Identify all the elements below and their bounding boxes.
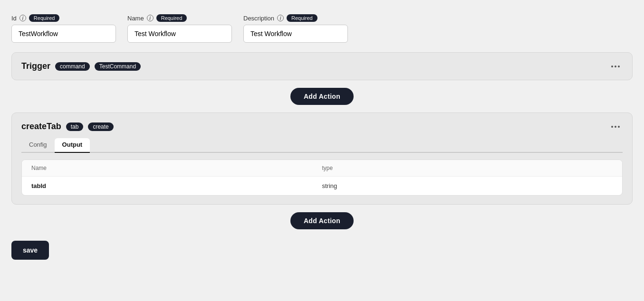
id-info-icon[interactable]: i [19,15,26,21]
description-field-group: Description i Required [243,14,348,43]
menu-dot-3 [618,66,620,67]
id-field-group: Id i Required [11,14,116,43]
column-header-name: Name [31,165,322,171]
create-tab-badge-tab: tab [66,122,84,131]
create-tab-menu-dot-1 [611,126,613,128]
name-input[interactable] [127,25,232,43]
create-tab-card-header: createTab tab create [21,122,623,132]
output-table-header: Name type [22,160,622,177]
create-tab-menu-dot-2 [615,126,616,128]
trigger-title: Trigger [21,61,50,71]
id-label-text: Id [11,15,17,22]
tab-config[interactable]: Config [21,138,55,153]
action-tabs: Config Output [21,138,623,153]
fields-row: Id i Required Name i Required Descriptio… [11,14,633,43]
trigger-badge-testcommand: TestCommand [95,62,141,71]
create-tab-card: createTab tab create Config Output Name … [11,113,633,205]
name-info-icon[interactable]: i [147,15,154,21]
trigger-menu-button[interactable] [608,64,623,69]
id-required-badge: Required [29,14,60,22]
add-action-bottom-button[interactable]: Add Action [290,212,354,229]
create-tab-menu-button[interactable] [608,124,623,130]
name-required-badge: Required [156,14,187,22]
description-info-icon[interactable]: i [277,15,284,21]
description-input[interactable] [243,25,348,43]
description-label-text: Description [243,15,274,22]
create-tab-badge-create: create [88,122,113,131]
name-label: Name i Required [127,14,232,22]
tab-output[interactable]: Output [55,138,90,153]
column-header-type: type [322,165,613,171]
name-field-group: Name i Required [127,14,232,43]
trigger-card-header: Trigger command TestCommand [21,61,623,71]
menu-dot-2 [615,66,616,67]
trigger-card: Trigger command TestCommand [11,52,633,80]
description-label: Description i Required [243,14,348,22]
name-label-text: Name [127,15,144,22]
create-tab-title: createTab [21,122,61,132]
add-action-top-button[interactable]: Add Action [290,88,354,105]
row-type-string: string [322,182,613,189]
table-row: tabId string [22,177,622,195]
create-tab-menu-dot-3 [618,126,620,128]
id-label: Id i Required [11,14,116,22]
trigger-badge-command: command [55,62,90,71]
row-name-tabid: tabId [31,182,322,189]
save-button[interactable]: save [11,241,49,260]
description-required-badge: Required [287,14,317,22]
menu-dot-1 [611,66,613,67]
id-input[interactable] [11,25,116,43]
output-table: Name type tabId string [21,160,623,196]
